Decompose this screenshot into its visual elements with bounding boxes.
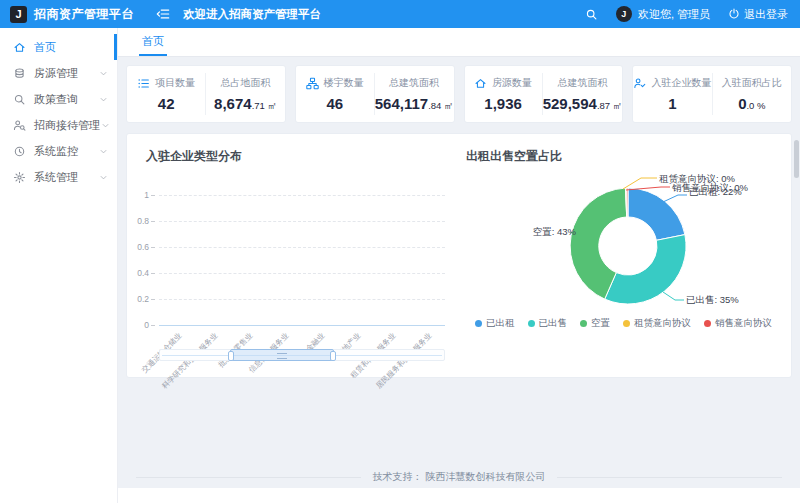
legend-item-已出售[interactable]: 已出售 xyxy=(528,317,568,330)
legend-item-租赁意向协议[interactable]: 租赁意向协议 xyxy=(623,317,691,330)
sidebar-item-label: 政策查询 xyxy=(34,92,98,107)
x-axis-category-label: 科学研究和技术服务业 xyxy=(149,331,220,402)
pie-slice-label: 销售意向协议: 0% xyxy=(672,182,748,195)
legend-label: 空置 xyxy=(591,317,610,330)
home-icon xyxy=(13,41,26,54)
stat-primary-value: 1 xyxy=(668,95,676,112)
logout-button[interactable]: 退出登录 xyxy=(728,7,788,22)
y-axis-tick-label: 0.6 xyxy=(127,242,155,252)
bar-chart-gridline xyxy=(159,221,445,222)
stat-primary: 楼宇数量 46 xyxy=(296,73,375,115)
sidebar-item-label: 招商接待管理 xyxy=(34,118,100,133)
monitor-icon xyxy=(13,145,26,158)
x-axis-category-label: 金融业 xyxy=(256,331,327,402)
pie-chart-title: 出租出售空置占比 xyxy=(466,148,562,165)
footer-strip xyxy=(118,488,800,503)
pie-slice-label: 已出售: 35% xyxy=(686,294,739,307)
chevron-down-icon xyxy=(98,172,109,183)
stat-primary-value: 42 xyxy=(158,95,175,112)
sidebar-menu: 首页房源管理政策查询招商接待管理系统监控系统管理 xyxy=(0,28,118,503)
stat-primary-value: 46 xyxy=(326,95,343,112)
legend-item-已出租[interactable]: 已出租 xyxy=(475,317,515,330)
datazoom-handle[interactable] xyxy=(230,349,334,361)
chevron-down-icon xyxy=(98,68,109,79)
pie-slice-label: 空置: 43% xyxy=(494,226,576,239)
bar-chart-gridline xyxy=(159,195,445,196)
bar-chart-gridline xyxy=(159,247,445,248)
sidebar-item-首页[interactable]: 首页 xyxy=(0,34,117,60)
stat-primary-label: 入驻企业数量 xyxy=(651,76,711,90)
bar-chart-gridline xyxy=(159,299,445,300)
sidebar-item-招商接待管理[interactable]: 招商接待管理 xyxy=(0,112,117,138)
legend-item-空置[interactable]: 空置 xyxy=(580,317,610,330)
search-icon[interactable] xyxy=(585,8,598,21)
legend-item-销售意向协议[interactable]: 销售意向协议 xyxy=(704,317,772,330)
stat-primary-label: 房源数量 xyxy=(492,76,532,90)
sidebar-item-房源管理[interactable]: 房源管理 xyxy=(0,60,117,86)
donut-chart-svg xyxy=(456,134,795,377)
avatar[interactable]: J xyxy=(616,6,632,22)
stat-secondary-label: 入驻面积占比 xyxy=(722,76,782,90)
y-axis-tick-label: 1 xyxy=(127,190,155,200)
pie-slice-已出售[interactable] xyxy=(605,235,686,304)
stat-primary-label: 楼宇数量 xyxy=(324,76,364,90)
welcome-banner: 欢迎进入招商资产管理平台 xyxy=(183,7,321,22)
x-axis-category-label: 租赁和商务服务业 xyxy=(328,331,399,402)
sitemap-icon xyxy=(306,77,319,90)
tab-home[interactable]: 首页 xyxy=(139,28,167,56)
legend-dot-icon xyxy=(704,320,711,327)
stat-secondary: 总建筑面积 529,594.87 ㎡ xyxy=(543,73,623,115)
legend-dot-icon xyxy=(475,320,482,327)
content-area: 项目数量 42 总占地面积 8,674.71 ㎡ 楼宇数量 46 总建筑面积 5… xyxy=(118,57,800,503)
bar-chart: 入驻企业类型分布 10.80.60.40.20交通运输仓储业科学研究和技术服务业… xyxy=(127,134,456,377)
legend-label: 已出售 xyxy=(539,317,568,330)
stat-secondary-label: 总建筑面积 xyxy=(389,76,439,90)
stat-primary: 房源数量 1,936 xyxy=(465,73,543,115)
sidebar-item-label: 系统监控 xyxy=(34,144,98,159)
sidebar-collapse-button[interactable] xyxy=(156,7,170,21)
bar-chart-gridline xyxy=(159,325,445,326)
user-check-icon xyxy=(633,77,646,90)
app-window: J 招商资产管理平台 欢迎进入招商资产管理平台 J 欢迎您, 管理员 xyxy=(0,0,800,503)
stat-card: 楼宇数量 46 总建筑面积 564,117.84 ㎡ xyxy=(295,65,455,123)
bar-chart-title: 入驻企业类型分布 xyxy=(146,148,242,165)
x-axis-category-label: 信息传输服务业 xyxy=(220,331,291,402)
chevron-down-icon xyxy=(100,120,111,131)
legend-label: 租赁意向协议 xyxy=(634,317,691,330)
stat-secondary-value: 0.0 % xyxy=(738,95,765,112)
header-right: J 欢迎您, 管理员 退出登录 xyxy=(585,6,788,22)
list-icon xyxy=(137,77,150,90)
tab-bar: 首页 xyxy=(118,28,800,57)
y-axis-tick-label: 0.2 xyxy=(127,294,155,304)
sidebar-item-label: 系统管理 xyxy=(34,170,98,185)
datazoom-grip-icon xyxy=(277,353,287,359)
sidebar-item-系统管理[interactable]: 系统管理 xyxy=(0,164,117,190)
stat-primary: 项目数量 42 xyxy=(127,73,206,115)
x-axis-category-label: 居民服务和其他服务业 xyxy=(363,331,434,402)
coins-icon xyxy=(13,67,26,80)
stat-secondary-label: 总建筑面积 xyxy=(557,76,607,90)
y-axis-tick-label: 0.4 xyxy=(127,268,155,278)
pie-legend: 已出租已出售空置租赁意向协议销售意向协议 xyxy=(456,317,791,330)
stat-secondary: 总占地面积 8,674.71 ㎡ xyxy=(206,73,284,115)
stat-card: 入驻企业数量 1 入驻面积占比 0.0 % xyxy=(632,65,792,123)
legend-dot-icon xyxy=(528,320,535,327)
x-axis-category-label: 房地产业 xyxy=(292,331,363,402)
pie-label-line xyxy=(663,195,687,202)
logout-label: 退出登录 xyxy=(744,7,788,22)
sidebar-item-系统监控[interactable]: 系统监控 xyxy=(0,138,117,164)
datazoom-track[interactable] xyxy=(159,349,445,361)
reception-icon xyxy=(13,119,26,132)
stat-secondary-label: 总占地面积 xyxy=(221,76,271,90)
stat-secondary: 总建筑面积 564,117.84 ㎡ xyxy=(375,73,454,115)
legend-label: 销售意向协议 xyxy=(715,317,772,330)
scrollbar-thumb[interactable] xyxy=(794,140,799,178)
gear-icon xyxy=(13,171,26,184)
sidebar-item-label: 首页 xyxy=(34,40,106,55)
house-icon xyxy=(474,77,487,90)
pie-slice-销售意向协议[interactable] xyxy=(627,188,628,217)
stat-primary: 入驻企业数量 1 xyxy=(633,73,712,115)
legend-label: 已出租 xyxy=(486,317,515,330)
sidebar-item-政策查询[interactable]: 政策查询 xyxy=(0,86,117,112)
app-logo: J xyxy=(10,6,27,23)
